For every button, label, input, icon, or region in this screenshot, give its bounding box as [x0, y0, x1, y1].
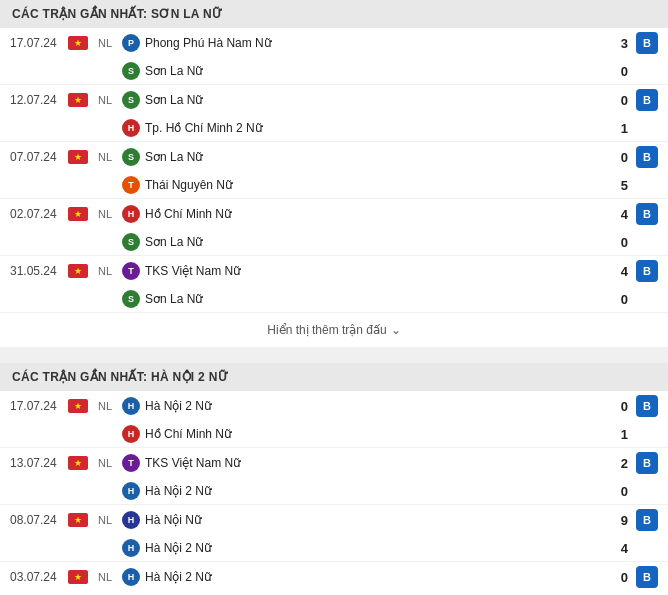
team2-logo: H — [122, 119, 140, 137]
result-badge[interactable]: B — [636, 89, 658, 111]
match-row-team2: S Sơn La Nữ 0 — [0, 286, 668, 312]
score1: 3 — [604, 36, 628, 51]
team1-name: Hà Nội 2 Nữ — [145, 399, 212, 413]
result-badge[interactable]: B — [636, 260, 658, 282]
result-badge[interactable]: B — [636, 146, 658, 168]
flag-icon: ★ — [68, 93, 88, 107]
league-label: NL — [92, 265, 118, 277]
flag-icon: ★ — [68, 513, 88, 527]
result-badge[interactable]: B — [636, 32, 658, 54]
team2-name: Hà Nội 2 Nữ — [145, 541, 212, 555]
result-badge[interactable]: B — [636, 452, 658, 474]
match-pair: 07.07.24 ★ NL S Sơn La Nữ 0 B T Thái Ngu… — [0, 142, 668, 199]
match-row-team2: T Thái Nguyên Nữ 5 — [0, 172, 668, 198]
team1-logo: H — [122, 205, 140, 223]
match-date: 07.07.24 — [10, 150, 68, 164]
show-more-label: Hiển thị thêm trận đấu — [267, 323, 386, 337]
match-pair: 13.07.24 ★ NL T TKS Việt Nam Nữ 2 B H Hà… — [0, 448, 668, 505]
match-row-team1: 17.07.24 ★ NL H Hà Nội 2 Nữ 0 B — [0, 391, 668, 421]
result-badge[interactable]: B — [636, 203, 658, 225]
match-row-team2: S Sơn La Nữ 0 — [0, 229, 668, 255]
flag-icon: ★ — [68, 264, 88, 278]
team2-name: Sơn La Nữ — [145, 235, 203, 249]
team2-info: H Hà Nội 2 Nữ — [122, 482, 604, 500]
match-date: 08.07.24 — [10, 513, 68, 527]
score2: 0 — [604, 484, 628, 499]
result-badge[interactable]: B — [636, 509, 658, 531]
team1-info: P Phong Phú Hà Nam Nữ — [122, 34, 604, 52]
match-row-team2: H Hồ Chí Minh Nữ 1 — [0, 421, 668, 447]
team2-info: S Sơn La Nữ — [122, 290, 604, 308]
flag-icon: ★ — [68, 207, 88, 221]
section-hanoi-2: Các trận gần nhất: Hà Nội 2 Nữ 17.07.24 … — [0, 363, 668, 595]
score2: 1 — [604, 427, 628, 442]
match-pair: 03.07.24 ★ NL H Hà Nội 2 Nữ 0 B P Phong … — [0, 562, 668, 595]
result-badge[interactable]: B — [636, 566, 658, 588]
league-label: NL — [92, 571, 118, 583]
flag-icon: ★ — [68, 36, 88, 50]
team2-name: Hà Nội 2 Nữ — [145, 484, 212, 498]
team2-info: H Hồ Chí Minh Nữ — [122, 425, 604, 443]
match-date: 17.07.24 — [10, 36, 68, 50]
team1-name: Phong Phú Hà Nam Nữ — [145, 36, 272, 50]
flag-icon: ★ — [68, 570, 88, 584]
team2-name: Sơn La Nữ — [145, 292, 203, 306]
team2-name: Sơn La Nữ — [145, 64, 203, 78]
match-pair: 17.07.24 ★ NL P Phong Phú Hà Nam Nữ 3 B … — [0, 28, 668, 85]
team1-info: H Hà Nội Nữ — [122, 511, 604, 529]
league-label: NL — [92, 400, 118, 412]
team2-logo: S — [122, 290, 140, 308]
match-row-team2: H Hà Nội 2 Nữ 4 — [0, 535, 668, 561]
team1-logo: H — [122, 511, 140, 529]
score1: 0 — [604, 93, 628, 108]
team2-name: Tp. Hồ Chí Minh 2 Nữ — [145, 121, 263, 135]
match-pair: 31.05.24 ★ NL T TKS Việt Nam Nữ 4 B S Sơ… — [0, 256, 668, 313]
team1-info: S Sơn La Nữ — [122, 91, 604, 109]
match-row-team1: 13.07.24 ★ NL T TKS Việt Nam Nữ 2 B — [0, 448, 668, 478]
match-date: 13.07.24 — [10, 456, 68, 470]
team2-logo: H — [122, 425, 140, 443]
match-date: 02.07.24 — [10, 207, 68, 221]
team1-logo: H — [122, 397, 140, 415]
score2: 0 — [604, 292, 628, 307]
match-pair: 17.07.24 ★ NL H Hà Nội 2 Nữ 0 B H Hồ Chí… — [0, 391, 668, 448]
score1: 0 — [604, 399, 628, 414]
team1-info: T TKS Việt Nam Nữ — [122, 454, 604, 472]
match-row-team2: H Hà Nội 2 Nữ 0 — [0, 478, 668, 504]
section-spacer — [0, 355, 668, 363]
match-row-team1: 12.07.24 ★ NL S Sơn La Nữ 0 B — [0, 85, 668, 115]
team1-name: Hà Nội 2 Nữ — [145, 570, 212, 584]
match-row-team1: 17.07.24 ★ NL P Phong Phú Hà Nam Nữ 3 B — [0, 28, 668, 58]
chevron-down-icon: ⌄ — [391, 323, 401, 337]
league-label: NL — [92, 37, 118, 49]
team1-name: TKS Việt Nam Nữ — [145, 456, 241, 470]
team1-name: Sơn La Nữ — [145, 150, 203, 164]
score2: 1 — [604, 121, 628, 136]
team1-info: S Sơn La Nữ — [122, 148, 604, 166]
result-badge[interactable]: B — [636, 395, 658, 417]
team2-info: T Thái Nguyên Nữ — [122, 176, 604, 194]
team2-info: H Hà Nội 2 Nữ — [122, 539, 604, 557]
team1-name: TKS Việt Nam Nữ — [145, 264, 241, 278]
section-header-1: Các trận gần nhất: Sơn La Nữ — [0, 0, 668, 28]
match-row-team1: 02.07.24 ★ NL H Hồ Chí Minh Nữ 4 B — [0, 199, 668, 229]
team2-name: Hồ Chí Minh Nữ — [145, 427, 232, 441]
team1-info: H Hà Nội 2 Nữ — [122, 397, 604, 415]
match-pair: 02.07.24 ★ NL H Hồ Chí Minh Nữ 4 B S Sơn… — [0, 199, 668, 256]
team2-logo: H — [122, 539, 140, 557]
show-more-button[interactable]: Hiển thị thêm trận đấu ⌄ — [0, 313, 668, 347]
team1-logo: T — [122, 262, 140, 280]
score1: 0 — [604, 150, 628, 165]
match-row-team1: 31.05.24 ★ NL T TKS Việt Nam Nữ 4 B — [0, 256, 668, 286]
league-label: NL — [92, 208, 118, 220]
team1-logo: S — [122, 148, 140, 166]
team2-logo: T — [122, 176, 140, 194]
team2-info: H Tp. Hồ Chí Minh 2 Nữ — [122, 119, 604, 137]
flag-icon: ★ — [68, 399, 88, 413]
score1: 9 — [604, 513, 628, 528]
match-row-team1: 07.07.24 ★ NL S Sơn La Nữ 0 B — [0, 142, 668, 172]
team1-logo: H — [122, 568, 140, 586]
section-son-la: Các trận gần nhất: Sơn La Nữ 17.07.24 ★ … — [0, 0, 668, 347]
match-row-team1: 03.07.24 ★ NL H Hà Nội 2 Nữ 0 B — [0, 562, 668, 592]
match-pair: 12.07.24 ★ NL S Sơn La Nữ 0 B H Tp. Hồ C… — [0, 85, 668, 142]
